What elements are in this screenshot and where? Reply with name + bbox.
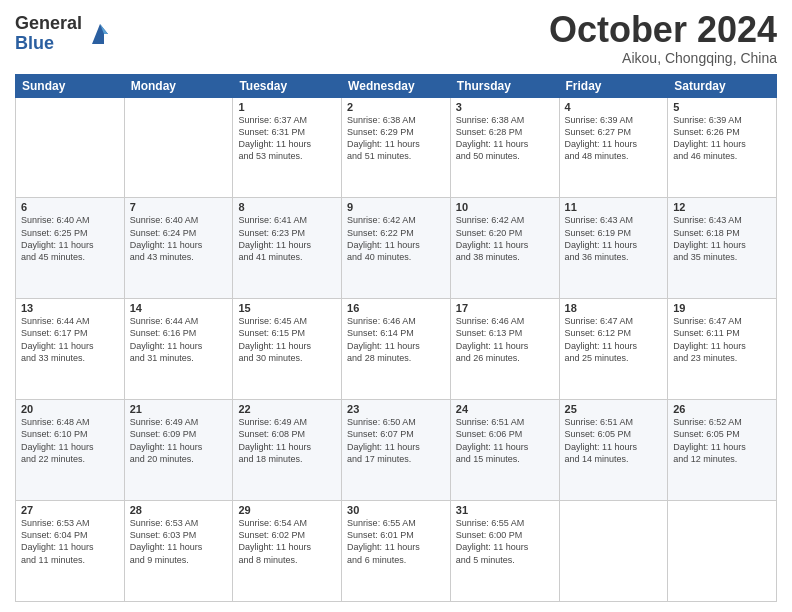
calendar-cell: 16Sunrise: 6:46 AM Sunset: 6:14 PM Dayli…	[342, 299, 451, 400]
day-info: Sunrise: 6:37 AM Sunset: 6:31 PM Dayligh…	[238, 114, 336, 163]
day-number: 7	[130, 201, 228, 213]
day-number: 14	[130, 302, 228, 314]
calendar-cell: 22Sunrise: 6:49 AM Sunset: 6:08 PM Dayli…	[233, 400, 342, 501]
calendar-cell	[668, 501, 777, 602]
calendar-cell: 11Sunrise: 6:43 AM Sunset: 6:19 PM Dayli…	[559, 198, 668, 299]
day-info: Sunrise: 6:39 AM Sunset: 6:26 PM Dayligh…	[673, 114, 771, 163]
day-number: 18	[565, 302, 663, 314]
day-number: 16	[347, 302, 445, 314]
day-info: Sunrise: 6:40 AM Sunset: 6:25 PM Dayligh…	[21, 214, 119, 263]
day-number: 10	[456, 201, 554, 213]
calendar-cell: 3Sunrise: 6:38 AM Sunset: 6:28 PM Daylig…	[450, 97, 559, 198]
day-number: 25	[565, 403, 663, 415]
calendar-table: SundayMondayTuesdayWednesdayThursdayFrid…	[15, 74, 777, 602]
weekday-header: Sunday	[16, 74, 125, 97]
calendar-cell: 23Sunrise: 6:50 AM Sunset: 6:07 PM Dayli…	[342, 400, 451, 501]
day-number: 28	[130, 504, 228, 516]
title-block: October 2024 Aikou, Chongqing, China	[549, 10, 777, 66]
day-info: Sunrise: 6:49 AM Sunset: 6:09 PM Dayligh…	[130, 416, 228, 465]
day-number: 11	[565, 201, 663, 213]
calendar-cell: 24Sunrise: 6:51 AM Sunset: 6:06 PM Dayli…	[450, 400, 559, 501]
day-info: Sunrise: 6:41 AM Sunset: 6:23 PM Dayligh…	[238, 214, 336, 263]
calendar-week-row: 6Sunrise: 6:40 AM Sunset: 6:25 PM Daylig…	[16, 198, 777, 299]
day-info: Sunrise: 6:55 AM Sunset: 6:00 PM Dayligh…	[456, 517, 554, 566]
day-info: Sunrise: 6:40 AM Sunset: 6:24 PM Dayligh…	[130, 214, 228, 263]
day-info: Sunrise: 6:47 AM Sunset: 6:11 PM Dayligh…	[673, 315, 771, 364]
day-number: 26	[673, 403, 771, 415]
page: General Blue October 2024 Aikou, Chongqi…	[0, 0, 792, 612]
calendar-week-row: 1Sunrise: 6:37 AM Sunset: 6:31 PM Daylig…	[16, 97, 777, 198]
day-info: Sunrise: 6:45 AM Sunset: 6:15 PM Dayligh…	[238, 315, 336, 364]
day-info: Sunrise: 6:43 AM Sunset: 6:18 PM Dayligh…	[673, 214, 771, 263]
weekday-header: Thursday	[450, 74, 559, 97]
day-number: 27	[21, 504, 119, 516]
calendar-week-row: 27Sunrise: 6:53 AM Sunset: 6:04 PM Dayli…	[16, 501, 777, 602]
calendar-cell: 7Sunrise: 6:40 AM Sunset: 6:24 PM Daylig…	[124, 198, 233, 299]
calendar-cell: 2Sunrise: 6:38 AM Sunset: 6:29 PM Daylig…	[342, 97, 451, 198]
calendar-cell: 28Sunrise: 6:53 AM Sunset: 6:03 PM Dayli…	[124, 501, 233, 602]
day-info: Sunrise: 6:46 AM Sunset: 6:14 PM Dayligh…	[347, 315, 445, 364]
day-info: Sunrise: 6:44 AM Sunset: 6:17 PM Dayligh…	[21, 315, 119, 364]
calendar-cell: 4Sunrise: 6:39 AM Sunset: 6:27 PM Daylig…	[559, 97, 668, 198]
day-number: 3	[456, 101, 554, 113]
day-number: 4	[565, 101, 663, 113]
day-number: 8	[238, 201, 336, 213]
weekday-header: Monday	[124, 74, 233, 97]
day-number: 1	[238, 101, 336, 113]
day-number: 19	[673, 302, 771, 314]
day-number: 2	[347, 101, 445, 113]
calendar-week-row: 13Sunrise: 6:44 AM Sunset: 6:17 PM Dayli…	[16, 299, 777, 400]
weekday-header: Wednesday	[342, 74, 451, 97]
calendar-cell: 19Sunrise: 6:47 AM Sunset: 6:11 PM Dayli…	[668, 299, 777, 400]
day-number: 20	[21, 403, 119, 415]
calendar-cell: 14Sunrise: 6:44 AM Sunset: 6:16 PM Dayli…	[124, 299, 233, 400]
day-number: 29	[238, 504, 336, 516]
day-info: Sunrise: 6:39 AM Sunset: 6:27 PM Dayligh…	[565, 114, 663, 163]
day-number: 30	[347, 504, 445, 516]
day-info: Sunrise: 6:38 AM Sunset: 6:28 PM Dayligh…	[456, 114, 554, 163]
day-info: Sunrise: 6:46 AM Sunset: 6:13 PM Dayligh…	[456, 315, 554, 364]
day-number: 6	[21, 201, 119, 213]
calendar-cell: 10Sunrise: 6:42 AM Sunset: 6:20 PM Dayli…	[450, 198, 559, 299]
day-info: Sunrise: 6:47 AM Sunset: 6:12 PM Dayligh…	[565, 315, 663, 364]
day-number: 12	[673, 201, 771, 213]
logo-blue: Blue	[15, 34, 82, 54]
logo: General Blue	[15, 14, 114, 54]
day-info: Sunrise: 6:44 AM Sunset: 6:16 PM Dayligh…	[130, 315, 228, 364]
day-number: 31	[456, 504, 554, 516]
weekday-header: Saturday	[668, 74, 777, 97]
calendar-cell: 27Sunrise: 6:53 AM Sunset: 6:04 PM Dayli…	[16, 501, 125, 602]
day-info: Sunrise: 6:53 AM Sunset: 6:03 PM Dayligh…	[130, 517, 228, 566]
calendar-cell: 17Sunrise: 6:46 AM Sunset: 6:13 PM Dayli…	[450, 299, 559, 400]
day-info: Sunrise: 6:51 AM Sunset: 6:05 PM Dayligh…	[565, 416, 663, 465]
day-number: 5	[673, 101, 771, 113]
calendar-cell: 8Sunrise: 6:41 AM Sunset: 6:23 PM Daylig…	[233, 198, 342, 299]
day-info: Sunrise: 6:52 AM Sunset: 6:05 PM Dayligh…	[673, 416, 771, 465]
calendar-cell	[16, 97, 125, 198]
calendar-cell: 12Sunrise: 6:43 AM Sunset: 6:18 PM Dayli…	[668, 198, 777, 299]
day-number: 17	[456, 302, 554, 314]
day-info: Sunrise: 6:54 AM Sunset: 6:02 PM Dayligh…	[238, 517, 336, 566]
day-info: Sunrise: 6:42 AM Sunset: 6:22 PM Dayligh…	[347, 214, 445, 263]
calendar-cell: 15Sunrise: 6:45 AM Sunset: 6:15 PM Dayli…	[233, 299, 342, 400]
logo-general: General	[15, 14, 82, 34]
calendar-cell: 18Sunrise: 6:47 AM Sunset: 6:12 PM Dayli…	[559, 299, 668, 400]
day-number: 9	[347, 201, 445, 213]
day-info: Sunrise: 6:55 AM Sunset: 6:01 PM Dayligh…	[347, 517, 445, 566]
location: Aikou, Chongqing, China	[549, 50, 777, 66]
calendar-cell: 31Sunrise: 6:55 AM Sunset: 6:00 PM Dayli…	[450, 501, 559, 602]
header: General Blue October 2024 Aikou, Chongqi…	[15, 10, 777, 66]
weekday-header: Friday	[559, 74, 668, 97]
month-title: October 2024	[549, 10, 777, 50]
calendar-cell: 26Sunrise: 6:52 AM Sunset: 6:05 PM Dayli…	[668, 400, 777, 501]
calendar-week-row: 20Sunrise: 6:48 AM Sunset: 6:10 PM Dayli…	[16, 400, 777, 501]
calendar-cell: 13Sunrise: 6:44 AM Sunset: 6:17 PM Dayli…	[16, 299, 125, 400]
calendar-cell: 1Sunrise: 6:37 AM Sunset: 6:31 PM Daylig…	[233, 97, 342, 198]
calendar-header-row: SundayMondayTuesdayWednesdayThursdayFrid…	[16, 74, 777, 97]
day-number: 13	[21, 302, 119, 314]
logo-icon	[86, 20, 114, 48]
calendar-cell: 5Sunrise: 6:39 AM Sunset: 6:26 PM Daylig…	[668, 97, 777, 198]
day-number: 23	[347, 403, 445, 415]
calendar-cell: 6Sunrise: 6:40 AM Sunset: 6:25 PM Daylig…	[16, 198, 125, 299]
day-info: Sunrise: 6:48 AM Sunset: 6:10 PM Dayligh…	[21, 416, 119, 465]
